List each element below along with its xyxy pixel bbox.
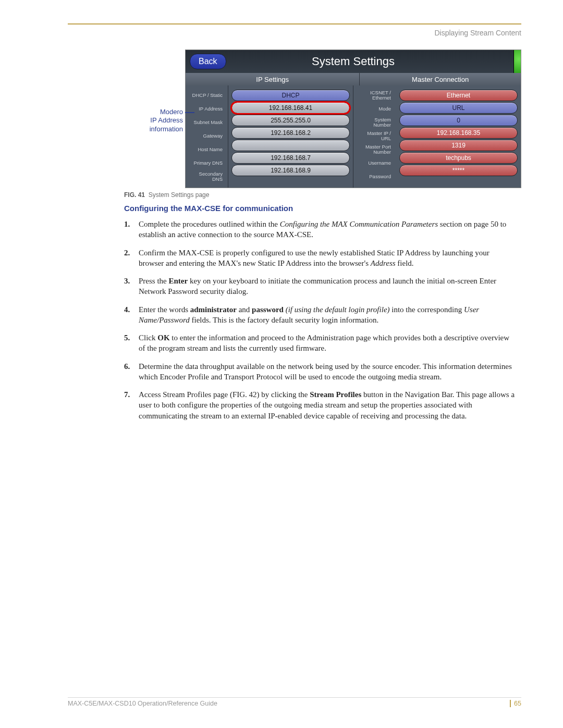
setting-value-button[interactable]: DHCP bbox=[231, 90, 350, 101]
ip-settings-values: DHCP192.168.168.41255.255.255.0192.168.1… bbox=[228, 85, 353, 188]
setting-value-button[interactable]: 192.168.168.2 bbox=[231, 127, 350, 139]
screenshot-title: System Settings bbox=[186, 55, 521, 68]
setting-label: Master Port Number bbox=[357, 143, 393, 156]
step-number: 7. bbox=[124, 389, 139, 421]
footer-page-number: 65 bbox=[510, 700, 521, 707]
step-number: 3. bbox=[124, 276, 139, 297]
setting-label: Host Name bbox=[189, 143, 225, 156]
ip-settings-labels: DHCP / StaticIP AddressSubnet MaskGatewa… bbox=[186, 85, 228, 188]
step-item: 6.Determine the data throughput availabl… bbox=[124, 361, 516, 382]
step-text: Confirm the MAX-CSE is properly configur… bbox=[139, 248, 516, 269]
step-number: 6. bbox=[124, 361, 139, 382]
subheading: Configuring the MAX-CSE for communicatio… bbox=[124, 204, 521, 213]
step-span: into the corresponding bbox=[390, 305, 464, 314]
annotation-line: Modero bbox=[68, 108, 183, 116]
status-indicator-icon[interactable] bbox=[513, 50, 521, 73]
step-number: 5. bbox=[124, 332, 139, 354]
step-item: 7.Access Stream Profiles page (FIG. 42) … bbox=[124, 389, 516, 421]
step-span: field. bbox=[396, 259, 414, 267]
step-text: Enter the words administrator and passwo… bbox=[139, 304, 516, 326]
system-settings-screenshot: Back System Settings IP Settings Master … bbox=[185, 50, 521, 188]
section-headers: IP Settings Master Connection bbox=[186, 73, 521, 85]
step-text: Complete the procedures outlined within … bbox=[139, 219, 516, 240]
step-span: Press the bbox=[139, 277, 169, 285]
step-number: 4. bbox=[124, 304, 139, 326]
setting-label: System Number bbox=[357, 116, 393, 129]
annotation-line: information bbox=[68, 125, 183, 133]
screenshot-header: Back System Settings bbox=[186, 50, 521, 73]
step-strong: administrator bbox=[190, 305, 237, 314]
setting-value-button[interactable]: techpubs bbox=[399, 152, 518, 164]
setting-label: Subnet Mask bbox=[189, 116, 225, 129]
setting-label: IP Address bbox=[189, 102, 225, 116]
step-item: 3.Press the Enter key on your keyboard t… bbox=[124, 276, 516, 297]
step-text: Determine the data throughput available … bbox=[139, 361, 516, 382]
setting-label: Primary DNS bbox=[189, 156, 225, 170]
setting-label: Secondary DNS bbox=[189, 170, 225, 183]
step-span: Confirm the MAX-CSE is properly configur… bbox=[139, 249, 489, 267]
page-footer: MAX-C5E/MAX-CSD10 Operation/Reference Gu… bbox=[68, 697, 521, 707]
step-span: fields. This is the factory default secu… bbox=[190, 316, 379, 324]
master-conn-header: Master Connection bbox=[360, 73, 521, 85]
step-item: 2.Confirm the MAX-CSE is properly config… bbox=[124, 248, 516, 269]
document-page: Displaying Stream Content Modero IP Addr… bbox=[0, 0, 563, 728]
setting-value-button[interactable]: 192.168.168.9 bbox=[231, 165, 350, 176]
section-header: Displaying Stream Content bbox=[68, 29, 521, 37]
setting-value-button[interactable] bbox=[231, 140, 350, 151]
caption-prefix: FIG. 41 bbox=[124, 191, 145, 199]
step-em: Address bbox=[371, 259, 396, 267]
setting-value-button[interactable]: Ethernet bbox=[399, 90, 518, 101]
step-strong: password bbox=[252, 305, 284, 314]
step-span: key on your keyboard to initiate the com… bbox=[139, 277, 496, 295]
step-span: and bbox=[237, 305, 252, 314]
top-rule bbox=[68, 23, 521, 24]
master-conn-values: EthernetURL0192.168.168.351319techpubs**… bbox=[396, 85, 521, 188]
setting-label: Mode bbox=[357, 102, 393, 116]
figure: Modero IP Address information Back Syste… bbox=[68, 50, 521, 188]
back-button[interactable]: Back bbox=[190, 54, 226, 69]
setting-label: Password bbox=[357, 170, 393, 183]
setting-label: DHCP / Static bbox=[189, 89, 225, 102]
step-span: to enter the information and proceed to … bbox=[139, 334, 509, 352]
figure-annotation: Modero IP Address information bbox=[68, 50, 185, 133]
step-em: Configuring the MAX Communication Parame… bbox=[280, 220, 438, 228]
setting-value-button[interactable]: ***** bbox=[399, 165, 518, 176]
setting-value-button[interactable]: 192.168.168.41 bbox=[231, 102, 350, 114]
step-number: 2. bbox=[124, 248, 139, 269]
setting-value-button[interactable]: 0 bbox=[399, 115, 518, 126]
setting-value-button[interactable]: 1319 bbox=[399, 140, 518, 151]
annotation-pointer bbox=[185, 112, 194, 113]
footer-doc-title: MAX-C5E/MAX-CSD10 Operation/Reference Gu… bbox=[68, 700, 217, 707]
steps-list: 1.Complete the procedures outlined withi… bbox=[124, 219, 521, 421]
step-span: Access Stream Profiles page (FIG. 42) by… bbox=[139, 390, 310, 399]
step-number: 1. bbox=[124, 219, 139, 240]
setting-label: Gateway bbox=[189, 129, 225, 143]
step-em: (if using the default login profile) bbox=[286, 305, 390, 314]
step-strong: Enter bbox=[169, 277, 188, 285]
step-item: 4.Enter the words administrator and pass… bbox=[124, 304, 516, 326]
step-span: Complete the procedures outlined within … bbox=[139, 220, 280, 228]
setting-label: Master IP / URL bbox=[357, 129, 393, 143]
step-text: Access Stream Profiles page (FIG. 42) by… bbox=[139, 389, 516, 421]
step-span: Determine the data throughput available … bbox=[139, 362, 512, 381]
step-span: Enter the words bbox=[139, 305, 190, 314]
settings-columns: DHCP / StaticIP AddressSubnet MaskGatewa… bbox=[186, 85, 521, 188]
step-item: 5.Click OK to enter the information and … bbox=[124, 332, 516, 354]
setting-value-button[interactable]: 255.255.255.0 bbox=[231, 115, 350, 126]
step-strong: OK bbox=[157, 334, 169, 342]
ip-settings-header: IP Settings bbox=[186, 73, 360, 85]
step-item: 1.Complete the procedures outlined withi… bbox=[124, 219, 516, 240]
step-text: Press the Enter key on your keyboard to … bbox=[139, 276, 516, 297]
step-text: Click OK to enter the information and pr… bbox=[139, 332, 516, 354]
setting-label: ICSNET / Ethernet bbox=[357, 89, 393, 102]
annotation-line: IP Address bbox=[68, 116, 183, 125]
figure-caption: FIG. 41 System Settings page bbox=[124, 191, 521, 199]
setting-value-button[interactable]: URL bbox=[399, 102, 518, 114]
setting-value-button[interactable]: 192.168.168.7 bbox=[231, 152, 350, 164]
caption-text: System Settings page bbox=[149, 191, 210, 199]
setting-value-button[interactable]: 192.168.168.35 bbox=[399, 127, 518, 139]
master-conn-labels: ICSNET / EthernetModeSystem NumberMaster… bbox=[353, 85, 396, 188]
step-strong: Stream Profiles bbox=[310, 390, 361, 399]
step-span: Click bbox=[139, 334, 157, 342]
setting-label: Username bbox=[357, 156, 393, 170]
